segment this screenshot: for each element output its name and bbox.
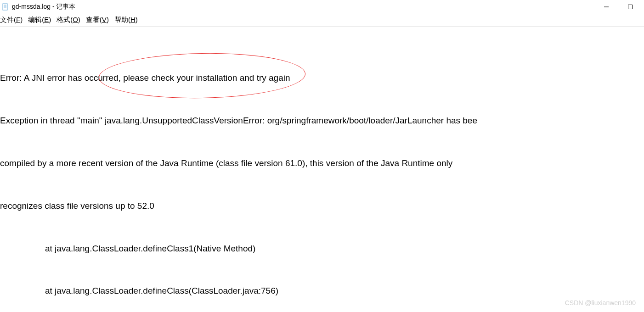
menu-help[interactable]: 帮助(H) [114,16,138,24]
log-line: Exception in thread "main" java.lang.Uns… [0,114,644,128]
menu-format[interactable]: 格式(O) [56,16,80,24]
menubar: 文件(F) 编辑(E) 格式(O) 查看(V) 帮助(H) [0,14,644,27]
log-line: Error: A JNI error has occurred, please … [0,71,644,85]
text-content[interactable]: Error: A JNI error has occurred, please … [0,27,644,312]
stack-line: at java.lang.ClassLoader.defineClass(Cla… [0,284,644,298]
titlebar: gd-mssda.log - 记事本 [0,0,644,14]
stack-line: at java.lang.ClassLoader.defineClass1(Na… [0,242,644,256]
svg-rect-6 [628,5,633,9]
minimize-button[interactable] [600,2,613,11]
menu-edit[interactable]: 编辑(E) [28,16,51,24]
notepad-icon [2,3,9,11]
menu-file[interactable]: 文件(F) [0,16,23,24]
window-title: gd-mssda.log - 记事本 [12,3,600,11]
window-controls [600,2,642,11]
menu-view[interactable]: 查看(V) [86,16,109,24]
maximize-button[interactable] [624,2,637,11]
log-line: recognizes class file versions up to 52.… [0,199,644,213]
log-line: compiled by a more recent version of the… [0,156,644,171]
watermark: CSDN @liuxianwen1990 [565,299,636,306]
